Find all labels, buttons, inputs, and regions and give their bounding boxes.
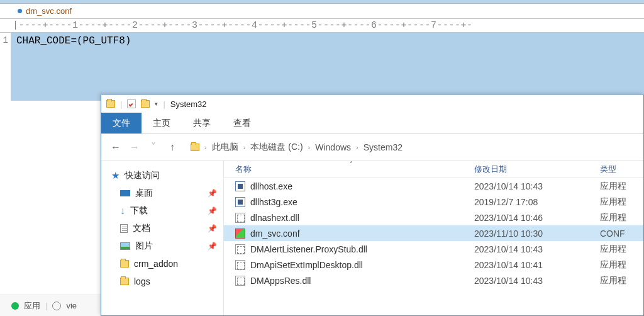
folder-icon [106, 100, 115, 108]
file-date: 2023/10/14 10:43 [474, 244, 600, 254]
browser-frag-label2[interactable]: vie [66, 301, 77, 310]
file-date: 2023/11/10 10:30 [474, 229, 600, 239]
file-name: DmApiSetExtImplDesktop.dll [250, 260, 363, 270]
sidebar-item-label: 文档 [133, 223, 150, 234]
dll-file-icon [235, 260, 245, 270]
file-row[interactable]: DmApiSetExtImplDesktop.dll2023/10/14 10:… [224, 257, 643, 273]
breadcrumb-item[interactable]: 此电脑 [212, 142, 238, 153]
file-row[interactable]: dllhost.exe2023/10/14 10:43应用程 [224, 178, 643, 194]
breadcrumb-item[interactable]: 本地磁盘 (C:) [250, 142, 303, 153]
file-type: 应用程 [600, 181, 643, 192]
dropdown-caret-icon[interactable]: ▾ [155, 101, 158, 107]
explorer-body: ★ 快速访问 桌面 📌 ↓ 下载 📌 文档 📌 图片 📌 [101, 161, 643, 315]
separator: | [163, 99, 165, 109]
nav-history-dropdown[interactable]: ˅ [145, 139, 162, 155]
file-type: 应用程 [600, 212, 643, 223]
sidebar-item-quick-access[interactable]: ★ 快速访问 [111, 167, 223, 184]
sidebar-item-documents[interactable]: 文档 📌 [111, 220, 223, 237]
file-type: 应用程 [600, 275, 643, 286]
editor-gutter: 1 [0, 33, 11, 101]
tab-modified-dot-icon [18, 9, 22, 13]
sidebar-item-label: 桌面 [135, 188, 153, 199]
download-icon: ↓ [120, 205, 125, 217]
file-row[interactable]: DMAppsRes.dll2023/10/14 10:43应用程 [224, 273, 643, 288]
ribbon-tab-view[interactable]: 查看 [222, 113, 262, 133]
pin-icon: 📌 [208, 224, 217, 233]
separator: | [120, 99, 122, 109]
sidebar-item-label: 快速访问 [125, 170, 160, 181]
file-type: 应用程 [600, 244, 643, 255]
file-type: 应用程 [600, 196, 643, 208]
breadcrumb-item[interactable]: System32 [364, 142, 402, 152]
exe-file-icon [235, 181, 245, 191]
file-row[interactable]: DMAlertListener.ProxyStub.dll2023/10/14 … [224, 241, 643, 257]
file-date: 2023/10/14 10:46 [474, 213, 600, 223]
column-headers: 名称 修改日期 类型 [224, 161, 643, 178]
conf-file-icon [235, 229, 245, 239]
address-bar: ← → ˅ ↑ › 此电脑 › 本地磁盘 (C:) › Windows › Sy… [101, 134, 643, 161]
browser-frag-label1[interactable]: 应用 [24, 300, 40, 312]
file-rows: dllhost.exe2023/10/14 10:43应用程dllhst3g.e… [224, 178, 643, 315]
ribbon: 文件 主页 共享 查看 [101, 113, 643, 134]
sidebar-item-pictures[interactable]: 图片 📌 [111, 237, 223, 255]
star-icon: ★ [111, 170, 119, 181]
file-date: 2023/10/14 10:43 [474, 181, 600, 191]
file-row[interactable]: dm_svc.conf2023/11/10 10:30CONF [224, 225, 643, 241]
text-editor: dm_svc.conf |----+----1----+----2----+--… [0, 0, 644, 101]
dll-file-icon [235, 244, 245, 254]
separator: | [45, 301, 47, 310]
breadcrumb-separator-icon: › [202, 144, 209, 151]
editor-tab-label[interactable]: dm_svc.conf [26, 6, 72, 16]
sort-indicator-icon: ˄ [350, 161, 353, 167]
sidebar-item-desktop[interactable]: 桌面 📌 [111, 184, 223, 202]
sidebar-item-label: 图片 [135, 240, 153, 252]
column-header-date[interactable]: 修改日期 [474, 164, 600, 175]
editor-code-area[interactable]: 1 CHAR_CODE=(PG_UTF8) [0, 33, 644, 101]
ribbon-tab-share[interactable]: 共享 [182, 113, 222, 133]
file-row[interactable]: dllhst3g.exe2019/12/7 17:08应用程 [224, 194, 643, 210]
column-header-type[interactable]: 类型 [600, 164, 643, 175]
file-name: dlnashext.dll [250, 213, 299, 223]
sidebar-item-label: 下载 [130, 205, 148, 217]
status-dot-icon [11, 302, 19, 310]
sidebar-item-label: crm_addon [134, 259, 178, 269]
ribbon-tab-home[interactable]: 主页 [142, 113, 182, 133]
checkbox-icon[interactable] [127, 99, 136, 108]
file-row[interactable]: dlnashext.dll2023/10/14 10:46应用程 [224, 210, 643, 225]
file-list-pane: ˄ 名称 修改日期 类型 dllhost.exe2023/10/14 10:43… [224, 161, 643, 315]
folder-icon [120, 260, 129, 268]
file-name: dllhost.exe [250, 181, 292, 191]
column-header-name[interactable]: 名称 [235, 164, 474, 175]
code-line[interactable]: CHAR_CODE=(PG_UTF8) [11, 33, 136, 101]
nav-forward-button[interactable]: → [126, 139, 143, 155]
file-date: 2023/10/14 10:41 [474, 260, 600, 270]
breadcrumb-separator-icon: › [241, 144, 248, 151]
file-name: DMAlertListener.ProxyStub.dll [250, 244, 367, 254]
file-name: dm_svc.conf [250, 229, 300, 239]
window-title: System32 [170, 99, 207, 109]
file-date: 2019/12/7 17:08 [474, 197, 600, 207]
explorer-sidebar: ★ 快速访问 桌面 📌 ↓ 下载 📌 文档 📌 图片 📌 [101, 161, 224, 315]
folder-icon [191, 144, 199, 151]
sidebar-item-label: logs [134, 276, 150, 286]
file-name: dllhst3g.exe [250, 197, 297, 207]
breadcrumb-item[interactable]: Windows [315, 142, 351, 152]
pictures-icon [120, 242, 130, 250]
file-explorer-window: | ▾ | System32 文件 主页 共享 查看 ← → ˅ ↑ › 此电脑… [101, 94, 644, 316]
breadcrumb-separator-icon: › [306, 144, 313, 151]
nav-back-button[interactable]: ← [108, 139, 124, 155]
sidebar-item-folder[interactable]: crm_addon [111, 255, 223, 273]
document-icon [120, 224, 128, 233]
globe-icon [52, 302, 61, 310]
pin-icon: 📌 [208, 189, 217, 198]
sidebar-item-downloads[interactable]: ↓ 下载 📌 [111, 202, 223, 220]
breadcrumb-separator-icon: › [353, 144, 361, 151]
explorer-titlebar: | ▾ | System32 [101, 95, 643, 113]
file-name: DMAppsRes.dll [250, 276, 311, 286]
sidebar-item-folder[interactable]: logs [111, 273, 223, 290]
file-date: 2023/10/14 10:43 [474, 276, 600, 286]
pin-icon: 📌 [208, 242, 217, 251]
nav-up-button[interactable]: ↑ [164, 139, 180, 155]
line-number: 1 [0, 35, 8, 45]
ribbon-tab-file[interactable]: 文件 [101, 113, 142, 133]
